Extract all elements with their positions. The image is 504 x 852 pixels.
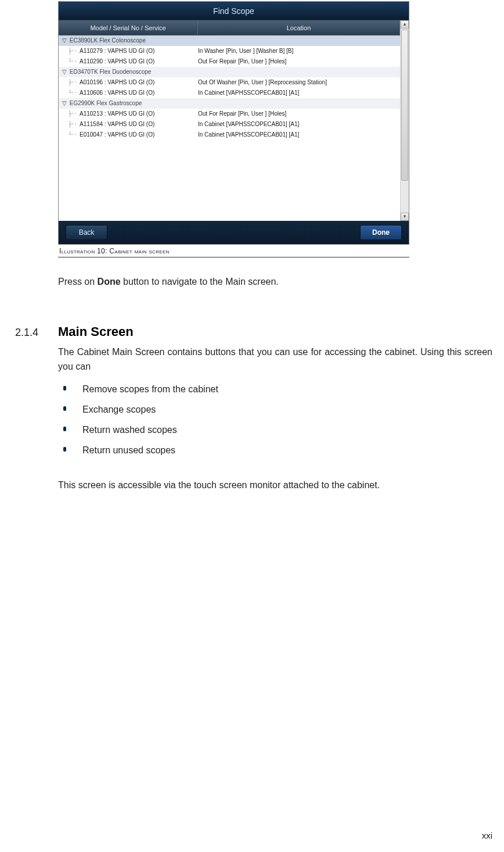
section-number: 2.1.4 [15,327,58,339]
tree-item[interactable]: └··A110606 : VAPHS UD GI (O)In Cabinet [… [59,88,400,98]
bullet-item: Remove scopes from the cabinet [72,380,492,400]
column-header-row: Model / Serial No / Service Location [59,20,400,35]
back-button[interactable]: Back [66,225,107,240]
tree-group-label: EC3890LK Flex Colonoscope [68,37,146,44]
bullet-item: Exchange scopes [72,400,492,420]
tree-branch-icon: ├·· [62,77,80,88]
tree-group[interactable]: ▽ EC3890LK Flex Colonoscope [59,35,400,46]
scope-tree[interactable]: ▽ EC3890LK Flex Colonoscope ├··A110279 :… [59,35,400,141]
tree-item-location: In Cabinet [VAPHSSCOPECAB01] [A1] [198,130,400,140]
section-intro: The Cabinet Main Screen contains buttons… [58,345,492,374]
done-button[interactable]: Done [360,225,402,240]
tree-item[interactable]: ├··A010196 : VAPHS UD GI (O)Out Of Washe… [59,77,400,88]
tree-branch-icon: ├·· [62,119,80,130]
tree-item-location: Out For Repair [Pin, User ] [Holes] [198,109,400,119]
tree-branch-icon: └·· [62,56,80,67]
caption-prefix: Illustration [59,247,97,255]
instruction-bold: Done [98,277,121,287]
bullet-item: Return washed scopes [72,420,492,441]
tree-item-location: Out For Repair [Pin, User ] [Holes] [198,56,400,67]
tree-branch-icon: └·· [62,88,80,98]
tree-item-model: A010196 : VAPHS UD GI (O) [80,77,198,88]
tree-item-location: In Washer [Pin, User ] [Washer B] [B] [198,46,400,56]
tree-group-label: ED3470TK Flex Duodenoscope [68,69,151,75]
tree-item-location: In Cabinet [VAPHSSCOPECAB01] [A1] [198,88,400,98]
scrollbar[interactable]: ▲ ▼ [400,20,409,221]
illustration-figure: Find Scope Model / Serial No / Service L… [58,1,409,257]
app-frame: Find Scope Model / Serial No / Service L… [58,1,409,245]
tree-item[interactable]: ├··A110213 : VAPHS UD GI (O)Out For Repa… [59,109,400,119]
chevron-down-icon[interactable]: ▽ [62,35,68,46]
app-body: Model / Serial No / Service Location ▽ E… [59,20,409,221]
app-content: Model / Serial No / Service Location ▽ E… [59,20,400,221]
tree-item-model: A110213 : VAPHS UD GI (O) [80,109,198,119]
instruction-post: button to navigate to the Main screen. [121,277,279,287]
scroll-down-icon[interactable]: ▼ [401,213,409,221]
tree-group[interactable]: ▽ ED3470TK Flex Duodenoscope [59,67,400,77]
instruction-pre: Press on [58,277,98,287]
app-title: Find Scope [213,6,254,16]
instruction-paragraph: Press on Done button to navigate to the … [58,275,492,289]
scroll-thumb[interactable] [401,30,408,181]
page-number: xxi [482,830,492,840]
section-closing: This screen is accessible via the touch … [58,478,492,493]
app-footer: Back Done [59,221,409,244]
tree-item[interactable]: └··E010047 : VAPHS UD GI (O)In Cabinet [… [59,130,400,140]
column-header-model[interactable]: Model / Serial No / Service [59,20,198,35]
scroll-up-icon[interactable]: ▲ [401,20,409,28]
section-title: Main Screen [58,324,134,339]
tree-item-model: A110290 : VAPHS UD GI (O) [80,56,198,67]
tree-group-label: EG2990K Flex Gastroscope [68,100,142,106]
tree-item-model: A110279 : VAPHS UD GI (O) [80,46,198,56]
tree-item-model: A111584 : VAPHS UD GI (O) [80,119,198,130]
tree-group[interactable]: ▽ EG2990K Flex Gastroscope [59,98,400,109]
tree-branch-icon: ├·· [62,46,80,56]
caption-number: 10 [97,247,105,255]
chevron-down-icon[interactable]: ▽ [62,98,68,109]
tree-item[interactable]: └··A110290 : VAPHS UD GI (O)Out For Repa… [59,56,400,67]
column-header-location[interactable]: Location [198,20,400,35]
bullet-list: Remove scopes from the cabinetExchange s… [58,380,492,460]
tree-item-model: E010047 : VAPHS UD GI (O) [80,130,198,140]
app-titlebar: Find Scope [59,2,409,20]
tree-item[interactable]: ├··A111584 : VAPHS UD GI (O)In Cabinet [… [59,119,400,130]
chevron-down-icon[interactable]: ▽ [62,67,68,77]
tree-item-location: Out Of Washer [Pin, User ] [Reprocessing… [198,77,400,88]
tree-item-location: In Cabinet [VAPHSSCOPECAB01] [A1] [198,119,400,130]
tree-item-model: A110606 : VAPHS UD GI (O) [80,88,198,98]
tree-branch-icon: ├·· [62,109,80,119]
illustration-caption: Illustration 10: Cabinet main screen [58,245,409,257]
scroll-track[interactable] [401,28,409,213]
caption-text: Cabinet main screen [109,247,169,255]
tree-item[interactable]: ├··A110279 : VAPHS UD GI (O)In Washer [P… [59,46,400,56]
bullet-item: Return unused scopes [72,441,492,461]
tree-branch-icon: └·· [62,130,80,140]
